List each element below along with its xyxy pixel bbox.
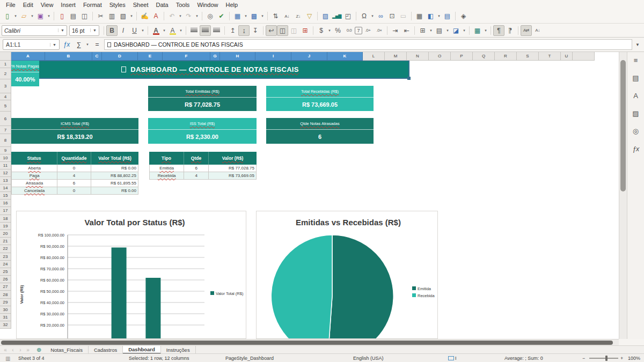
- column-header[interactable]: B: [45, 52, 92, 61]
- separator[interactable]: [491, 26, 491, 35]
- first-sheet-icon[interactable]: «: [2, 347, 9, 353]
- spelling-icon[interactable]: ✔: [216, 11, 227, 21]
- borders-dropdown-icon[interactable]: ▾: [428, 25, 434, 36]
- cut-icon[interactable]: ✂: [95, 11, 106, 21]
- sort-descending-icon[interactable]: Z↓: [292, 11, 304, 21]
- selection-handle[interactable]: [407, 77, 411, 80]
- underline-icon[interactable]: U: [129, 25, 140, 36]
- merge-center-cells-icon[interactable]: ◫: [277, 25, 288, 36]
- sheet-area[interactable]: DASHBOARD — CONTROLE DE NOTAS FISCAIS To…: [11, 61, 619, 339]
- separator[interactable]: [387, 26, 387, 35]
- styles-icon[interactable]: A: [630, 90, 642, 101]
- font-name-combo[interactable]: Calibri▼: [2, 25, 67, 36]
- insert-image-icon[interactable]: ▨: [320, 11, 331, 21]
- text-vertical-icon[interactable]: A↓: [532, 25, 543, 36]
- add-sheet-icon[interactable]: ⊕: [36, 346, 41, 353]
- sheet-tab[interactable]: Instruções: [161, 346, 196, 354]
- table-row[interactable]: Paga 4 R$ 88,802.25: [11, 172, 138, 180]
- sort-icon[interactable]: ⇅: [270, 11, 281, 21]
- column-header[interactable]: L: [363, 52, 385, 61]
- kpi-card[interactable]: Total Recebidas (R$) R$ 73,669.05: [266, 86, 374, 111]
- align-right-icon[interactable]: [211, 25, 222, 36]
- table-row[interactable]: Emitida 6 R$ 77,028.75: [149, 165, 257, 172]
- separator[interactable]: [356, 12, 356, 20]
- formula-icon[interactable]: =: [92, 41, 103, 48]
- row-header[interactable]: 11: [0, 162, 11, 169]
- wrap-text-icon[interactable]: ↩: [266, 25, 277, 36]
- row-header[interactable]: 6: [0, 112, 11, 126]
- kpi-card[interactable]: ISS Total (R$) R$ 2,330.00: [148, 118, 257, 144]
- font-color-dropdown-icon[interactable]: ▾: [162, 25, 167, 36]
- kpi-card[interactable]: ICMS Total (R$) R$ 18,319.20: [11, 118, 138, 144]
- column-header[interactable]: K: [327, 52, 363, 61]
- column-header[interactable]: C: [92, 52, 102, 61]
- percent-format-icon[interactable]: %: [332, 25, 343, 36]
- align-top-icon[interactable]: ↥: [227, 25, 238, 36]
- column-header[interactable]: N: [407, 52, 429, 61]
- undo-dropdown-icon[interactable]: ▾: [178, 11, 183, 21]
- menu-item[interactable]: Sheet: [129, 1, 152, 9]
- sheet-tab[interactable]: Cadastros: [89, 346, 123, 354]
- function-wizard-icon[interactable]: ƒx: [61, 41, 72, 48]
- row-header[interactable]: 2: [0, 68, 11, 79]
- row-dropdown-icon[interactable]: ▾: [243, 11, 248, 21]
- sidebar-settings-icon[interactable]: ≡: [630, 55, 642, 65]
- menu-item[interactable]: Help: [222, 1, 242, 9]
- separator[interactable]: [148, 26, 148, 35]
- column-header[interactable]: Q: [473, 52, 495, 61]
- new-dropdown-icon[interactable]: ▾: [13, 11, 18, 21]
- row-header[interactable]: 1: [0, 61, 11, 68]
- column-header[interactable]: F: [163, 52, 210, 61]
- row-header[interactable]: 26: [0, 276, 11, 283]
- separator[interactable]: [469, 26, 470, 35]
- border-style-dropdown-icon[interactable]: ▾: [445, 25, 450, 36]
- separator[interactable]: [455, 12, 456, 20]
- column-header[interactable]: G: [210, 52, 220, 61]
- number-format-icon[interactable]: 0.0: [343, 25, 355, 36]
- open-icon[interactable]: ▱: [18, 11, 30, 21]
- redo-icon[interactable]: ↷: [183, 11, 194, 21]
- next-sheet-icon[interactable]: ›: [17, 347, 24, 353]
- draw-functions-icon[interactable]: ◈: [458, 11, 469, 21]
- font-size-combo[interactable]: 16 pt▼: [69, 25, 99, 36]
- row-header[interactable]: 32: [0, 321, 11, 329]
- align-center-icon[interactable]: [200, 25, 211, 36]
- column-dropdown-icon[interactable]: ▾: [260, 11, 265, 21]
- hyperlink-icon[interactable]: ∞: [375, 11, 386, 21]
- zoom-slider-thumb[interactable]: [605, 356, 608, 361]
- column-header[interactable]: U: [561, 52, 573, 61]
- print-icon[interactable]: ▤: [68, 11, 79, 21]
- insert-column-icon[interactable]: ▩: [248, 11, 260, 21]
- unmerge-cells-icon[interactable]: ⊞: [299, 25, 311, 36]
- text-horizontal-icon[interactable]: A⇄: [521, 25, 532, 36]
- select-all-corner[interactable]: [0, 52, 11, 61]
- separator[interactable]: [229, 12, 230, 20]
- underline-dropdown-icon[interactable]: ▾: [140, 25, 145, 36]
- row-header[interactable]: 25: [0, 268, 11, 276]
- headers-footers-icon[interactable]: ▭: [398, 11, 409, 21]
- row-header[interactable]: 4: [0, 93, 11, 100]
- row-header[interactable]: 31: [0, 314, 11, 321]
- zoom-out-button[interactable]: −: [582, 354, 585, 362]
- sort-ascending-icon[interactable]: A↓: [281, 11, 292, 21]
- zoom-in-button[interactable]: +: [620, 354, 623, 362]
- row-header[interactable]: 15: [0, 192, 11, 200]
- row-header[interactable]: 12: [0, 169, 11, 177]
- chevron-down-icon[interactable]: ▼: [90, 28, 97, 32]
- select-function-icon[interactable]: ∑: [74, 41, 84, 48]
- freeze-dropdown-icon[interactable]: ▾: [436, 11, 442, 21]
- separator[interactable]: [92, 12, 93, 20]
- align-bottom-icon[interactable]: ↧: [250, 25, 261, 36]
- align-left-icon[interactable]: [188, 25, 200, 36]
- currency-dropdown-icon[interactable]: ▾: [327, 25, 332, 36]
- merge-cells-icon[interactable]: ◫: [288, 25, 299, 36]
- column-header[interactable]: [573, 52, 595, 61]
- last-sheet-icon[interactable]: »: [24, 347, 32, 353]
- bar-chart-valor-total[interactable]: Valor Total por Status (R$)R$ 100,000.00…: [16, 211, 246, 339]
- row-header[interactable]: 28: [0, 291, 11, 298]
- sheet-tab[interactable]: Dashboard: [123, 346, 161, 354]
- row-header[interactable]: 23: [0, 253, 11, 261]
- conditional-formatting-icon[interactable]: ▦: [472, 25, 483, 36]
- menu-item[interactable]: Edit: [19, 1, 37, 9]
- separator[interactable]: [136, 12, 137, 20]
